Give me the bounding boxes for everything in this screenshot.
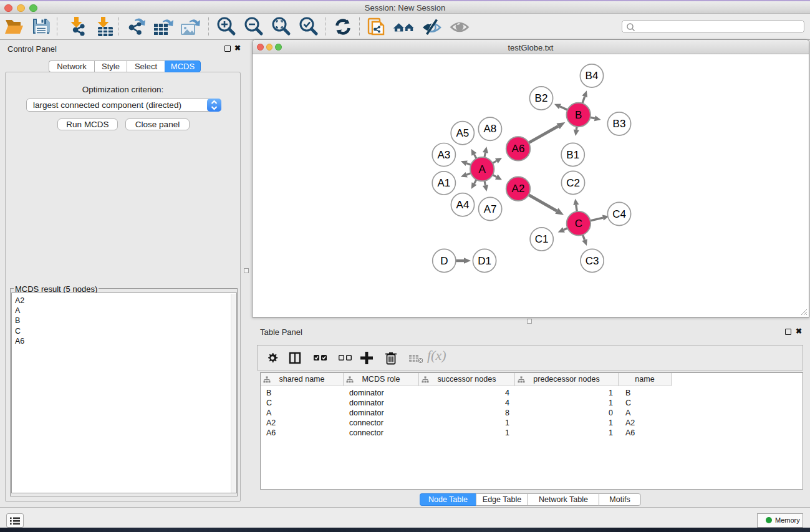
svg-text:C4: C4 [612, 208, 626, 220]
svg-text:D1: D1 [478, 255, 491, 267]
svg-text:C: C [575, 218, 582, 230]
svg-text:A1: A1 [437, 177, 450, 189]
svg-text:A7: A7 [484, 203, 497, 215]
svg-text:B3: B3 [613, 118, 626, 130]
svg-text:B4: B4 [586, 70, 599, 82]
svg-text:C1: C1 [535, 233, 549, 245]
svg-text:A2: A2 [512, 183, 525, 195]
svg-text:C2: C2 [566, 177, 580, 189]
svg-text:A8: A8 [484, 123, 497, 135]
svg-text:B2: B2 [535, 92, 548, 104]
svg-text:B: B [575, 109, 582, 121]
svg-text:A4: A4 [456, 199, 470, 211]
svg-text:A5: A5 [456, 127, 469, 139]
svg-text:C3: C3 [586, 255, 599, 267]
svg-text:A6: A6 [512, 143, 525, 155]
svg-text:A: A [479, 163, 486, 175]
svg-text:B1: B1 [566, 149, 579, 161]
svg-text:A3: A3 [437, 149, 450, 161]
svg-text:D: D [440, 255, 448, 267]
